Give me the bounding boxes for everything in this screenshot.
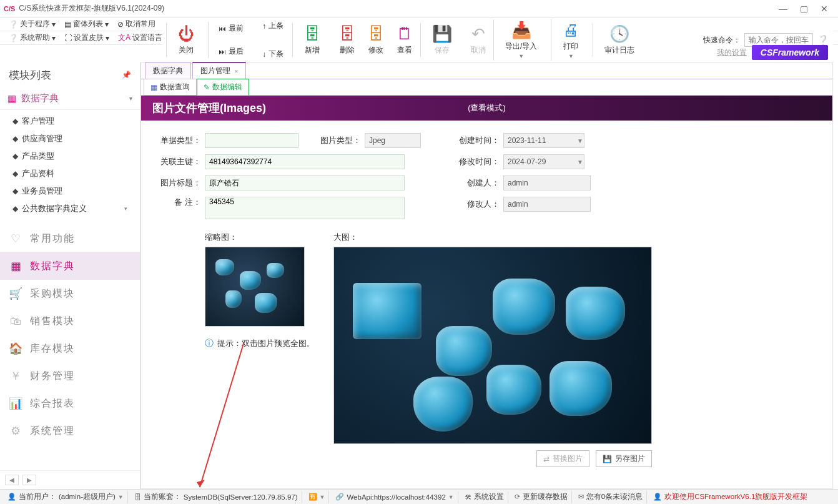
status-user[interactable]: 👤当前用户：(admin-超级用户)▼ bbox=[4, 491, 128, 503]
status-msg[interactable]: ✉您有0条未读消息 bbox=[574, 491, 647, 503]
title-bar: C/S C/S系统快速开发框架-旗舰版V6.1(2024-09) — ▢ ✕ bbox=[0, 0, 838, 17]
help-icon[interactable]: ❔ bbox=[817, 34, 829, 46]
prev-button[interactable]: ↑上条 bbox=[259, 19, 287, 32]
save-icon: 💾 bbox=[603, 455, 612, 463]
close-button[interactable]: ⏻ 关闭 bbox=[173, 23, 199, 57]
save-label: 保存 bbox=[435, 45, 450, 56]
nav-common[interactable]: ♡常用功能 bbox=[0, 225, 140, 252]
tree-salesman[interactable]: ◆业务员管理 bbox=[0, 182, 140, 200]
heart-icon: ♡ bbox=[9, 231, 24, 246]
key-field[interactable] bbox=[205, 154, 405, 169]
big-label: 大图： bbox=[333, 232, 652, 243]
menu-formlist[interactable]: ▤窗体列表 ▾ bbox=[61, 17, 112, 31]
nav-report[interactable]: 📊综合报表 bbox=[0, 390, 140, 417]
grid-icon: ▦ bbox=[9, 259, 24, 274]
close-tab-icon[interactable]: × bbox=[234, 67, 238, 75]
img-type-field[interactable] bbox=[365, 133, 421, 148]
maximize-icon[interactable]: ▢ bbox=[800, 4, 808, 14]
status-welcome: 👤欢迎使用CSFrameworkV6.1旗舰版开发框架 bbox=[649, 491, 811, 503]
mysettings-link[interactable]: 我的设置 bbox=[717, 47, 747, 58]
nav-purchase[interactable]: 🛒采购模块 bbox=[0, 280, 140, 307]
impexp-icon: 📥 bbox=[511, 21, 531, 40]
sub-tabs: ▦数据查询 ✎数据编辑 bbox=[141, 79, 832, 96]
scroll-right[interactable]: ▶ bbox=[22, 475, 36, 485]
mtime-field[interactable] bbox=[503, 154, 584, 169]
status-webapi[interactable]: 🔗WebApi:https://localhost:44392▼ bbox=[332, 491, 458, 503]
replace-image-button[interactable]: ⇄替换图片 bbox=[536, 450, 589, 467]
close-icon[interactable]: ✕ bbox=[821, 4, 828, 14]
sidebar-title: 模块列表 bbox=[9, 68, 51, 82]
sidebar-panel-label: 数据字典 bbox=[21, 92, 59, 104]
tab-images[interactable]: 图片管理× bbox=[192, 62, 246, 79]
tree-product[interactable]: ◆产品资料 bbox=[0, 165, 140, 182]
lang-icon: 文A bbox=[118, 32, 131, 43]
app-logo: C/S bbox=[4, 5, 15, 12]
prev-label: 上条 bbox=[269, 21, 283, 31]
nav-sales[interactable]: 🛍销售模块 bbox=[0, 307, 140, 335]
audit-button[interactable]: 🕓审计日志 bbox=[599, 23, 639, 57]
menu-help-label: 系统帮助 bbox=[20, 32, 50, 43]
view-button[interactable]: 🗒查看 bbox=[392, 23, 418, 57]
print-button[interactable]: 🖨打印▼ bbox=[558, 19, 584, 61]
tree-supplier[interactable]: ◆供应商管理 bbox=[0, 130, 140, 147]
modifier-field[interactable] bbox=[503, 197, 591, 212]
sidebar: 模块列表 📌 ▦ 数据字典 ▾ ◆客户管理 ◆供应商管理 ◆产品类型 ◆产品资料… bbox=[0, 62, 140, 489]
save-button[interactable]: 💾保存 bbox=[427, 23, 457, 57]
menu-help[interactable]: ❔系统帮助 ▾ bbox=[5, 31, 59, 44]
sidebar-nav: ♡常用功能 ▦数据字典 🛒采购模块 🛍销售模块 🏠库存模块 ￥财务管理 📊综合报… bbox=[0, 225, 140, 445]
creator-field[interactable] bbox=[503, 175, 591, 190]
modifier-label: 修改人： bbox=[458, 199, 500, 210]
status-lang[interactable]: 🈶▼ bbox=[305, 491, 330, 503]
status-syssetting[interactable]: 🛠系统设置 bbox=[461, 491, 508, 503]
large-image[interactable] bbox=[333, 247, 652, 444]
nav-system[interactable]: ⚙系统管理 bbox=[0, 417, 140, 445]
print-label: 打印 bbox=[563, 41, 578, 52]
status-account[interactable]: 🗄当前账套：SystemDB(SqlServer:120.79.85.97) bbox=[131, 491, 302, 503]
lang-icon: 🈶 bbox=[308, 493, 317, 501]
thumb-label: 缩略图： bbox=[205, 232, 315, 243]
ctime-label: 创建时间： bbox=[458, 135, 500, 146]
pin-icon[interactable]: 📌 bbox=[122, 71, 131, 79]
cube-icon: ◆ bbox=[12, 117, 18, 126]
title-field[interactable] bbox=[205, 175, 405, 190]
nav-dict[interactable]: ▦数据字典 bbox=[0, 252, 140, 280]
impexp-button[interactable]: 📥导出/导入▼ bbox=[500, 19, 542, 61]
info-icon: ❔ bbox=[9, 20, 18, 29]
thumbnail-image[interactable] bbox=[205, 247, 305, 327]
last-icon: ⏭ bbox=[219, 47, 226, 56]
sidebar-tree: ◆客户管理 ◆供应商管理 ◆产品类型 ◆产品资料 ◆业务员管理 ◆公共数据字典定… bbox=[0, 110, 140, 220]
impexp-label: 导出/导入 bbox=[505, 41, 537, 52]
tree-product-type[interactable]: ◆产品类型 bbox=[0, 147, 140, 165]
minimize-icon[interactable]: — bbox=[779, 4, 787, 14]
bill-type-select[interactable] bbox=[205, 133, 298, 148]
scroll-left[interactable]: ◀ bbox=[5, 475, 19, 485]
person-icon: 👤 bbox=[653, 493, 662, 501]
tree-dict-def[interactable]: ◆公共数据字典定义▾ bbox=[0, 200, 140, 217]
modify-button[interactable]: 🗄修改 bbox=[363, 23, 389, 57]
tab-datadict[interactable]: 数据字典 bbox=[145, 62, 191, 79]
form-header: 图片文件管理(Images) (查看模式) bbox=[141, 96, 832, 121]
menu-about[interactable]: ❔关于程序 ▾ bbox=[5, 17, 59, 31]
next-button[interactable]: ↓下条 bbox=[259, 47, 287, 61]
menu-skin[interactable]: ⛶设置皮肤 ▾ bbox=[61, 31, 113, 44]
ctime-field[interactable] bbox=[503, 133, 584, 148]
remark-field[interactable] bbox=[205, 197, 405, 219]
sidebar-panel-header[interactable]: ▦ 数据字典 ▾ bbox=[0, 87, 140, 110]
add-button[interactable]: 🗄新增 bbox=[299, 23, 325, 57]
subtab-edit[interactable]: ✎数据编辑 bbox=[197, 79, 249, 96]
delete-button[interactable]: 🗄删除 bbox=[334, 23, 360, 57]
nav-finance[interactable]: ￥财务管理 bbox=[0, 362, 140, 390]
tree-customer[interactable]: ◆客户管理 bbox=[0, 112, 140, 130]
menu-about-label: 关于程序 bbox=[20, 19, 50, 29]
first-button[interactable]: ⏮最前 bbox=[215, 22, 247, 35]
cancel-button[interactable]: ↶取消 bbox=[466, 23, 491, 57]
undo-icon: ↶ bbox=[471, 24, 485, 44]
brand-badge: CSFramework bbox=[752, 45, 828, 60]
save-image-button[interactable]: 💾另存图片 bbox=[596, 450, 652, 467]
status-refresh[interactable]: ⟳更新缓存数据 bbox=[511, 491, 572, 503]
subtab-query[interactable]: ▦数据查询 bbox=[144, 79, 197, 96]
nav-stock[interactable]: 🏠库存模块 bbox=[0, 335, 140, 362]
view-icon: 🗒 bbox=[397, 24, 413, 44]
menu-cancel-common[interactable]: ⊘取消常用 bbox=[114, 17, 159, 31]
last-button[interactable]: ⏭最后 bbox=[215, 45, 247, 58]
